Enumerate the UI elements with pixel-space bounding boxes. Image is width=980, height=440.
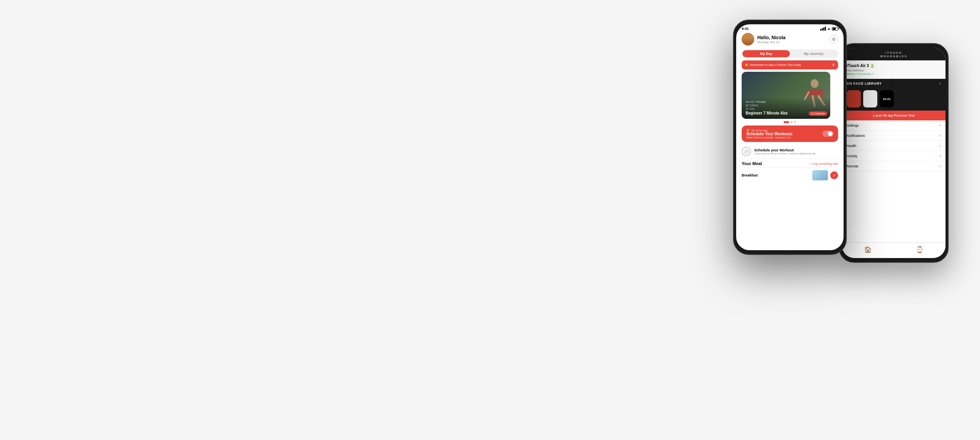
breakfast-check: ✓ — [830, 171, 838, 179]
notifications-label: Notifications — [847, 134, 865, 138]
header-left: Hello, Nicola Monday, Jun 22 — [742, 33, 786, 45]
menu-item-activity[interactable]: Activity › — [842, 151, 946, 161]
health-label: Health — [847, 144, 857, 148]
wifi-icon: ▲ — [827, 27, 831, 31]
breakfast-image — [812, 170, 828, 180]
premium-trial-banner[interactable]: s your 90 day Premium Trial — [842, 111, 946, 120]
meal-section-title: Your Meal — [742, 161, 762, 166]
phones-container: iTOUCH WEARABLES iTouch Air 3 🔋 Mac Addr… — [733, 20, 949, 420]
user-avatar — [742, 33, 754, 45]
notifications-chevron-icon: › — [940, 133, 941, 138]
svg-point-0 — [811, 79, 818, 88]
schedule-subtitle: Lorem ipsum dolor sit amet, consect adip… — [754, 152, 816, 155]
settings-label: Settings — [847, 124, 859, 127]
card-dot-indicator — [736, 121, 844, 123]
workout-time-elapsed: 2m 33s — [746, 107, 826, 110]
workout-calories: 12 Calories — [809, 111, 827, 116]
schedule-workout-row[interactable]: 🕐 Schedule your Workout Lorem ipsum dolo… — [742, 144, 838, 159]
itouch-bottom-nav: 🏠 ⌚ — [842, 242, 946, 258]
breakfast-label: Breakfast — [742, 173, 758, 177]
tip-of-day-card[interactable]: ⭐ Tip of the day Schedule Your Workouts … — [742, 125, 838, 142]
device-name: iTouch Air 3 🔋 — [847, 64, 875, 68]
workout-cards-row: Jun 23, Tuesday @ 3:00am 2m 33s Begineer… — [742, 72, 838, 119]
bell-icon: 🔔 — [745, 63, 748, 67]
watch-face-chevron-icon: › — [940, 81, 941, 85]
tip-toggle[interactable] — [822, 131, 833, 137]
menu-item-settings[interactable]: Settings › — [842, 120, 946, 131]
fitness-screen: 9:41 ▲ — [736, 24, 844, 250]
settings-gear-button[interactable]: ⚙ — [829, 35, 838, 44]
log-meal-link[interactable]: + Log something else — [810, 162, 838, 165]
watch-face-library-header[interactable]: CH FACE LIBRARY › — [842, 79, 946, 88]
dot-3 — [794, 121, 796, 123]
battery-status-icon — [832, 27, 838, 31]
clock-icon: 🕐 — [742, 147, 751, 156]
home-nav-icon[interactable]: 🏠 — [864, 246, 872, 253]
watch-face-2[interactable] — [863, 90, 877, 107]
fitness-phone: 9:41 ▲ — [733, 20, 847, 255]
app-tabs: My Day My Journey — [742, 49, 838, 58]
status-time: 9:41 — [742, 27, 749, 31]
current-date: Monday, Jun 22 — [757, 40, 786, 44]
itouch-screen: iTOUCH WEARABLES iTouch Air 3 🔋 Mac Addr… — [842, 48, 946, 258]
itouch-logo: iTOUCH WEARABLES — [847, 51, 941, 58]
star-icon: ⭐ — [746, 129, 750, 132]
tip-subtitle: Make fitness a priority - because it is — [746, 136, 793, 139]
tip-label: ⭐ Tip of the day — [746, 129, 793, 132]
tab-my-day[interactable]: My Day — [742, 50, 790, 57]
menu-item-notifications[interactable]: Notifications › — [842, 131, 946, 141]
workout-duration: @ 3:00am — [746, 104, 826, 107]
watch-face-library-title: CH FACE LIBRARY — [847, 82, 882, 85]
toggle-knob — [828, 131, 833, 136]
schedule-title: Schedule your Workout — [754, 148, 816, 152]
watch-face-3[interactable]: 10:21 — [880, 90, 894, 107]
tip-title: Schedule Your Workouts — [746, 132, 793, 136]
watch-nav-icon[interactable]: ⌚ — [916, 246, 924, 253]
menu-item-remote[interactable]: Remote › — [842, 161, 946, 171]
remote-chevron-icon: › — [940, 164, 941, 168]
app-header: Hello, Nicola Monday, Jun 22 ⚙ — [736, 31, 844, 48]
itouch-brand-name: iTOUCH — [847, 51, 941, 55]
status-icons: ▲ — [820, 27, 838, 31]
watch-face-time-display: 10:21 — [883, 97, 891, 101]
alert-text: 🔔 Remember to take a Fitness Test today. — [745, 63, 802, 67]
device-mac: Mac Address: — [847, 69, 941, 72]
settings-chevron-icon: › — [940, 123, 941, 127]
user-greeting: Hello, Nicola — [757, 35, 786, 40]
workout-card-1[interactable]: Jun 23, Tuesday @ 3:00am 2m 33s Begineer… — [742, 72, 830, 119]
meal-header: Your Meal + Log something else — [742, 161, 838, 166]
workout-date: Jun 23, Tuesday — [746, 100, 826, 103]
itouch-brand-sub: WEARABLES — [847, 55, 941, 58]
itouch-phone: iTOUCH WEARABLES iTouch Air 3 🔋 Mac Addr… — [839, 43, 949, 263]
premium-trial-text: s your 90 day Premium Trial — [847, 114, 941, 117]
itouch-header: iTOUCH WEARABLES — [842, 48, 946, 60]
health-chevron-icon: › — [940, 144, 941, 148]
signal-icon — [820, 27, 826, 31]
activity-label: Activity — [847, 154, 857, 158]
device-status: Status: Connected ✓ — [847, 72, 941, 76]
dot-1 — [784, 121, 789, 123]
alert-close-button[interactable]: ✕ — [832, 63, 835, 67]
status-bar: 9:41 ▲ — [736, 24, 844, 31]
watch-faces-row: 10:21 — [842, 88, 946, 111]
watch-face-1[interactable] — [847, 90, 861, 107]
tab-my-journey[interactable]: My Journey — [790, 50, 837, 57]
header-text: Hello, Nicola Monday, Jun 22 — [757, 35, 786, 44]
device-info-section: iTouch Air 3 🔋 Mac Address: Status: Conn… — [842, 60, 946, 79]
menu-item-health[interactable]: Health › — [842, 141, 946, 151]
activity-chevron-icon: › — [940, 154, 941, 158]
battery-icon: 🔋 — [870, 64, 875, 68]
remote-label: Remote — [847, 164, 858, 168]
fitness-test-alert: 🔔 Remember to take a Fitness Test today.… — [742, 60, 838, 69]
schedule-text: Schedule your Workout Lorem ipsum dolor … — [754, 148, 816, 155]
tip-text: ⭐ Tip of the day Schedule Your Workouts … — [746, 129, 793, 139]
breakfast-row[interactable]: Breakfast ✓ — [742, 167, 838, 183]
dot-2 — [791, 121, 793, 123]
